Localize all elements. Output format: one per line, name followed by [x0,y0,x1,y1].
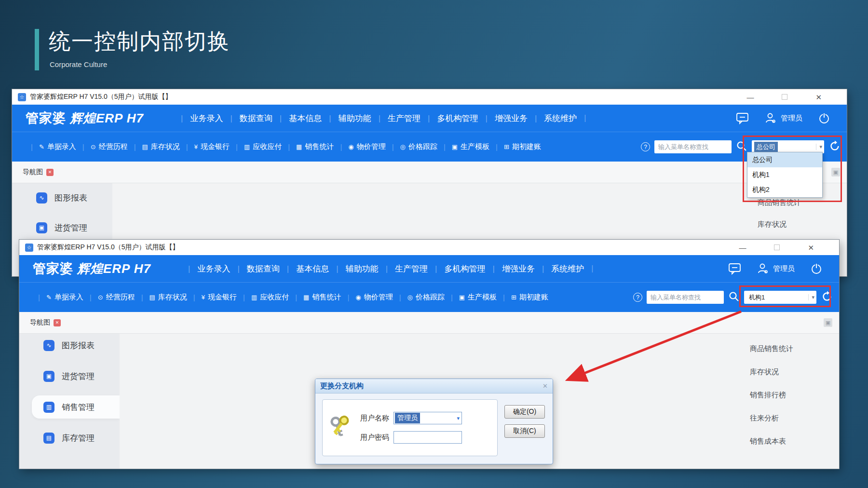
menu-item[interactable]: 系统维护 [528,113,577,124]
toolbar-items: ✎单据录入 ⊙经营历程 ▤库存状况 ¥现金银行 ▥应收应 [32,293,548,302]
menu-item[interactable]: 生产管理 [371,113,420,124]
maximize-button[interactable] [782,94,787,100]
toolbar-item[interactable]: ◎价格跟踪 [386,142,437,151]
current-user[interactable]: 管理员 [757,262,795,275]
org-switch-combobox[interactable]: 总公司 ▾ [752,140,824,153]
toolbar-item[interactable]: ¥现金银行 [187,293,237,302]
sidebar-item-chart-reports[interactable]: ∿ 图形报表 [19,334,120,357]
menu-search-input[interactable] [654,140,732,153]
toolbar-item[interactable]: ◉物价管理 [334,142,385,151]
chevron-down-icon[interactable]: ▾ [808,294,814,300]
sidebar-item-sales-mgmt[interactable]: ▥ 销售管理 [32,395,120,419]
password-input[interactable] [393,431,462,444]
dialog-buttons: 确定(O) 取消(C) [504,399,546,456]
toolbar-item[interactable]: ◎价格跟踪 [393,293,445,302]
sidebar-item-inventory-mgmt[interactable]: ▤ 库存管理 [19,426,120,449]
toolbar-item[interactable]: ⊙经营历程 [83,293,135,302]
chevron-down-icon[interactable]: ▾ [457,415,460,421]
quick-link[interactable]: 商品销售统计 [750,344,839,356]
quick-link[interactable]: 库存状况 [750,367,839,379]
toolbar-item[interactable]: ▣生产模板 [445,293,497,302]
search-icon[interactable] [728,291,740,304]
username-combobox[interactable]: 管理员 ▾ [393,412,462,424]
quick-link[interactable]: 销售成本表 [750,437,839,448]
quick-link[interactable]: 销售排行榜 [750,391,839,402]
power-icon[interactable] [818,112,830,124]
menu-item[interactable]: 系统维护 [535,263,584,274]
tab-label: 导航图 [23,168,43,176]
toolbar-item[interactable]: ⊞期初建账 [489,142,541,151]
minimize-button[interactable]: — [739,244,746,251]
logo-product: 辉煌ERP H7 [70,111,144,125]
title-accent-bar [35,29,39,70]
tab-navigation-map[interactable]: 导航图 ✕ [23,168,54,176]
sidebar-item-purchase-mgmt[interactable]: ▣ 进货管理 [19,365,120,388]
toolbar-item-icon: ▣ [459,294,465,301]
menu-item[interactable]: 辅助功能 [322,113,371,124]
toolbar-item[interactable]: ▣生产模板 [437,142,489,151]
tab-close-icon[interactable]: ✕ [46,169,54,176]
menu-item[interactable]: 增强业务 [486,263,535,274]
toolbar-item[interactable]: ▤库存状况 [128,142,180,151]
menu-item[interactable]: 增强业务 [478,113,528,124]
purchase-mgmt-icon: ▣ [36,222,47,233]
cancel-button[interactable]: 取消(C) [504,424,545,438]
toolbar-item[interactable]: ▥应收应付 [237,293,289,302]
org-option-branch1[interactable]: 机构1 [747,167,822,182]
menu-item[interactable]: 多机构管理 [428,263,485,274]
power-icon[interactable] [810,262,823,275]
toolbar-item[interactable]: ¥现金银行 [180,142,230,151]
tab-close-icon[interactable]: ✕ [54,319,61,326]
quick-link[interactable]: 往来分析 [750,414,839,425]
tab-navigation-map[interactable]: 导航图 ✕ [30,318,61,327]
toolbar-item[interactable]: ▤库存状况 [135,293,187,302]
close-button[interactable]: ✕ [808,244,814,251]
current-user[interactable]: 管理员 [764,112,802,124]
menu-search-input[interactable] [647,291,724,304]
search-icon[interactable] [736,140,747,154]
toolbar-item[interactable]: ✎单据录入 [32,293,83,302]
help-icon[interactable]: ? [641,142,650,151]
chevron-down-icon[interactable]: ▾ [816,144,822,150]
message-icon[interactable] [728,262,741,275]
toolbar-item[interactable]: ✎单据录入 [25,142,76,151]
menu-item[interactable]: 辅助功能 [329,263,378,274]
quick-link[interactable]: 商品销售统计 [758,198,847,210]
menu-item[interactable]: 基本信息 [280,263,329,274]
ok-button[interactable]: 确定(O) [504,405,545,419]
minimize-button[interactable]: — [746,94,754,101]
message-icon[interactable] [736,112,749,124]
menu-item[interactable]: 数据查询 [223,113,272,124]
sidebar-item-chart-reports[interactable]: ∿ 图形报表 [12,186,112,209]
toolbar-item[interactable]: ◉物价管理 [341,293,393,302]
menu-item[interactable]: 生产管理 [379,263,428,274]
shortcut-toolbar: ✎单据录入 ⊙经营历程 ▤库存状况 ¥现金银行 ▥应收应 [19,282,839,312]
menu-item[interactable]: 多机构管理 [420,113,478,124]
toolbar-item[interactable]: ▦销售统计 [289,293,341,302]
quick-link[interactable]: 库存状况 [758,220,847,231]
toolbar-item-icon: ▥ [244,143,250,150]
dialog-close-icon[interactable]: ✕ [542,382,548,390]
close-button[interactable]: ✕ [815,94,822,101]
help-icon[interactable]: ? [633,293,642,302]
menu-item[interactable]: 基本信息 [272,113,322,124]
menu-item[interactable]: 业务录入 [181,263,230,274]
sidebar-item-purchase-mgmt[interactable]: ▣ 进货管理 [12,216,112,239]
chart-report-icon: ∿ [43,340,54,351]
org-switch-combobox[interactable]: 机构1 ▾ [744,291,816,304]
toolbar-item[interactable]: ▥应收应付 [230,142,282,151]
menu-item[interactable]: 业务录入 [174,113,223,124]
panel-toggle-icon[interactable]: ▣ [824,318,832,327]
sidebar: ∿ 图形报表 ▣ 进货管理 ▥ 销售管理 ▤ 库存管理 [19,334,120,469]
refresh-icon[interactable] [828,140,841,154]
org-option-branch2[interactable]: 机构2 [747,182,822,197]
panel-toggle-icon[interactable]: ▣ [831,168,840,176]
toolbar-item[interactable]: ⊙经营历程 [76,142,128,151]
toolbar-item[interactable]: ▦销售统计 [282,142,334,151]
maximize-button[interactable] [774,244,780,250]
menu-item[interactable]: 数据查询 [230,263,279,274]
refresh-icon[interactable] [821,290,833,305]
toolbar-item[interactable]: ⊞期初建账 [497,293,548,302]
toolbar-item-icon: ⊙ [98,294,103,301]
org-option-head-office[interactable]: 总公司 [747,152,822,167]
